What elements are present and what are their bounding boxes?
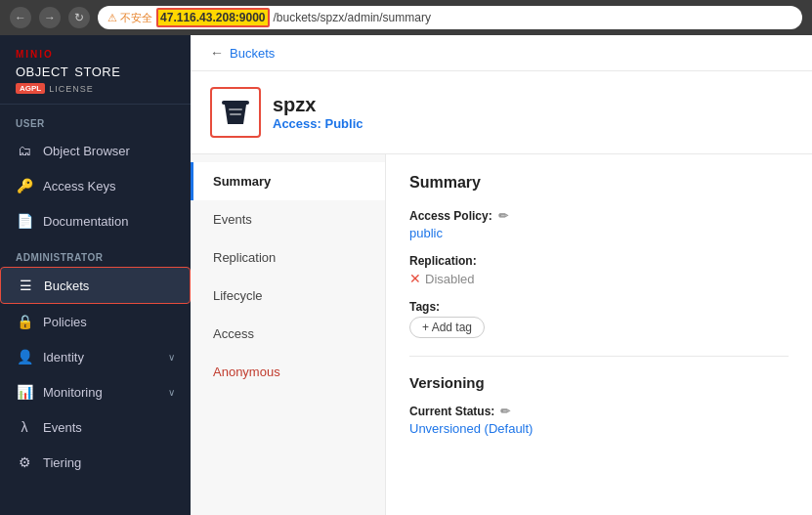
tab-anonymous[interactable]: Anonymous xyxy=(191,353,385,391)
main-content: ← Buckets spzx Access: Public xyxy=(191,35,812,515)
bucket-icon-box xyxy=(210,87,261,138)
identity-icon: 👤 xyxy=(16,348,33,365)
add-tag-container: + Add tag xyxy=(409,317,789,338)
policies-icon: 🔒 xyxy=(16,313,33,330)
back-arrow-icon: ← xyxy=(210,45,224,61)
back-button[interactable]: ← xyxy=(10,7,31,28)
app-container: MINIO OBJECT STORE AGPL LICENSE User 🗂 O… xyxy=(0,35,812,515)
back-link[interactable]: Buckets xyxy=(230,46,275,61)
license-text: LICENSE xyxy=(49,84,94,94)
refresh-button[interactable]: ↻ xyxy=(68,7,90,28)
svg-rect-1 xyxy=(229,108,242,110)
sidebar-item-label: Tiering xyxy=(43,455,175,470)
sidebar-item-monitoring[interactable]: 📊 Monitoring ∨ xyxy=(0,374,191,409)
sidebar-item-label: Object Browser xyxy=(43,144,175,158)
sidebar: MINIO OBJECT STORE AGPL LICENSE User 🗂 O… xyxy=(0,35,191,515)
tiering-icon: ⚙ xyxy=(16,453,33,471)
chevron-down-icon: ∨ xyxy=(168,387,175,398)
divider xyxy=(409,356,789,357)
edit-access-policy-icon[interactable]: ✏ xyxy=(498,209,508,223)
replication-label: Replication: xyxy=(409,254,789,268)
sidebar-item-label: Identity xyxy=(43,350,158,365)
browser-chrome: ← → ↻ ⚠ 不安全 47.116.43.208:9000 /buckets/… xyxy=(0,0,812,35)
object-browser-icon: 🗂 xyxy=(16,142,33,159)
sidebar-item-policies[interactable]: 🔒 Policies xyxy=(0,304,191,339)
url-host: 47.116.43.208:9000 xyxy=(156,8,269,27)
sidebar-item-label: Access Keys xyxy=(43,179,175,193)
sidebar-item-label: Documentation xyxy=(43,214,175,229)
sidebar-item-documentation[interactable]: 📄 Documentation xyxy=(0,203,191,238)
sidebar-item-label: Buckets xyxy=(44,279,174,293)
sidebar-item-events[interactable]: λ Events xyxy=(0,409,191,445)
tags-row: Tags: + Add tag xyxy=(409,300,789,338)
sidebar-item-buckets[interactable]: ☰ Buckets xyxy=(0,267,191,304)
sidebar-item-identity[interactable]: 👤 Identity ∨ xyxy=(0,339,191,374)
access-keys-icon: 🔑 xyxy=(16,177,33,194)
access-policy-label: Access Policy: ✏ xyxy=(409,209,789,223)
sidebar-item-access-keys[interactable]: 🔑 Access Keys xyxy=(0,168,191,203)
svg-rect-0 xyxy=(222,101,249,105)
chevron-down-icon: ∨ xyxy=(168,352,175,363)
bucket-name: spzx xyxy=(273,94,363,116)
bucket-title-row: spzx Access: Public xyxy=(210,87,792,138)
sidebar-logo: MINIO OBJECT STORE AGPL LICENSE xyxy=(0,35,191,105)
brand-minio: MINIO xyxy=(16,49,175,60)
replication-status: ✕ Disabled xyxy=(409,271,789,286)
url-bar[interactable]: ⚠ 不安全 47.116.43.208:9000 /buckets/spzx/a… xyxy=(98,6,802,29)
tab-events[interactable]: Events xyxy=(191,200,385,238)
bucket-info: spzx Access: Public xyxy=(273,94,363,131)
brand-object-store: OBJECT STORE xyxy=(16,60,175,79)
security-warning: ⚠ 不安全 xyxy=(107,11,152,25)
versioning-title: Versioning xyxy=(409,374,789,391)
tab-nav: Summary Events Replication Lifecycle Acc… xyxy=(191,154,386,515)
content-area: Summary Events Replication Lifecycle Acc… xyxy=(191,154,812,515)
bucket-access: Access: Public xyxy=(273,116,363,131)
tab-lifecycle[interactable]: Lifecycle xyxy=(191,277,385,315)
forward-button[interactable]: → xyxy=(39,7,61,28)
tags-label: Tags: xyxy=(409,300,789,314)
current-status-label: Current Status: ✏ xyxy=(409,405,789,418)
svg-rect-2 xyxy=(230,113,241,115)
events-icon: λ xyxy=(16,418,33,436)
monitoring-icon: 📊 xyxy=(16,383,33,401)
bucket-header: spzx Access: Public xyxy=(191,71,812,154)
section-admin-label: Administrator xyxy=(0,238,191,267)
access-policy-row: Access Policy: ✏ public xyxy=(409,209,789,240)
sidebar-item-label: Monitoring xyxy=(43,385,158,400)
bucket-icon xyxy=(218,95,253,130)
license-row: AGPL LICENSE xyxy=(16,83,175,94)
url-path: /buckets/spzx/admin/summary xyxy=(274,11,431,24)
current-status-row: Current Status: ✏ Unversioned (Default) xyxy=(409,405,789,436)
buckets-icon: ☰ xyxy=(17,277,34,294)
tab-access[interactable]: Access xyxy=(191,315,385,353)
sidebar-item-object-browser[interactable]: 🗂 Object Browser xyxy=(0,133,191,168)
sidebar-item-tiering[interactable]: ⚙ Tiering xyxy=(0,445,191,480)
replication-row: Replication: ✕ Disabled xyxy=(409,254,789,286)
license-badge: AGPL xyxy=(16,83,45,94)
summary-panel: Summary Access Policy: ✏ public Replicat… xyxy=(386,154,812,515)
current-status-value: Unversioned (Default) xyxy=(409,421,789,436)
section-user-label: User xyxy=(0,105,191,133)
add-tag-button[interactable]: + Add tag xyxy=(409,317,485,338)
edit-versioning-icon[interactable]: ✏ xyxy=(500,405,510,418)
tab-summary[interactable]: Summary xyxy=(191,162,385,200)
disabled-icon: ✕ xyxy=(409,271,421,286)
breadcrumb[interactable]: ← Buckets xyxy=(191,35,812,71)
sidebar-item-label: Policies xyxy=(43,315,175,329)
documentation-icon: 📄 xyxy=(16,212,33,230)
sidebar-item-label: Events xyxy=(43,420,175,435)
access-policy-value[interactable]: public xyxy=(409,226,789,240)
panel-title: Summary xyxy=(409,174,789,192)
tab-replication[interactable]: Replication xyxy=(191,238,385,277)
